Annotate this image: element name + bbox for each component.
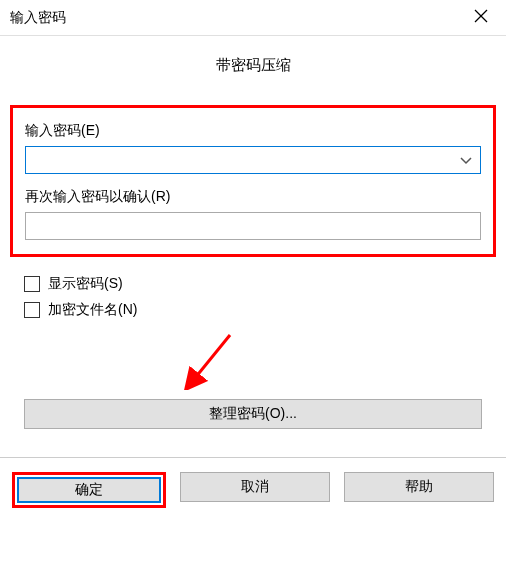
- dialog-heading: 带密码压缩: [0, 36, 506, 105]
- annotation-arrow: [180, 330, 240, 393]
- confirm-password-input[interactable]: [25, 212, 481, 240]
- password-input[interactable]: [25, 146, 481, 174]
- cancel-button[interactable]: 取消: [180, 472, 330, 502]
- help-button[interactable]: 帮助: [344, 472, 494, 502]
- titlebar: 输入密码: [0, 0, 506, 36]
- show-password-checkbox[interactable]: [24, 276, 40, 292]
- show-password-label: 显示密码(S): [48, 275, 123, 293]
- ok-button-label: 确定: [75, 481, 103, 499]
- close-icon: [474, 9, 488, 26]
- window-title: 输入密码: [10, 9, 66, 27]
- ok-button[interactable]: 确定: [17, 477, 161, 503]
- encrypt-filenames-row: 加密文件名(N): [24, 301, 482, 319]
- password-label: 输入密码(E): [25, 122, 481, 140]
- button-row: 确定 取消 帮助: [0, 458, 506, 522]
- help-button-label: 帮助: [405, 478, 433, 496]
- organize-passwords-button[interactable]: 整理密码(O)...: [24, 399, 482, 429]
- checkbox-group: 显示密码(S) 加密文件名(N): [24, 275, 482, 319]
- encrypt-filenames-label: 加密文件名(N): [48, 301, 137, 319]
- close-button[interactable]: [466, 3, 496, 33]
- ok-button-highlight: 确定: [12, 472, 166, 508]
- organize-passwords-label: 整理密码(O)...: [209, 405, 297, 423]
- svg-line-3: [195, 335, 230, 378]
- show-password-row: 显示密码(S): [24, 275, 482, 293]
- chevron-down-icon: [460, 152, 472, 168]
- encrypt-filenames-checkbox[interactable]: [24, 302, 40, 318]
- confirm-password-label: 再次输入密码以确认(R): [25, 188, 481, 206]
- password-section-highlight: 输入密码(E) 再次输入密码以确认(R): [10, 105, 496, 257]
- cancel-button-label: 取消: [241, 478, 269, 496]
